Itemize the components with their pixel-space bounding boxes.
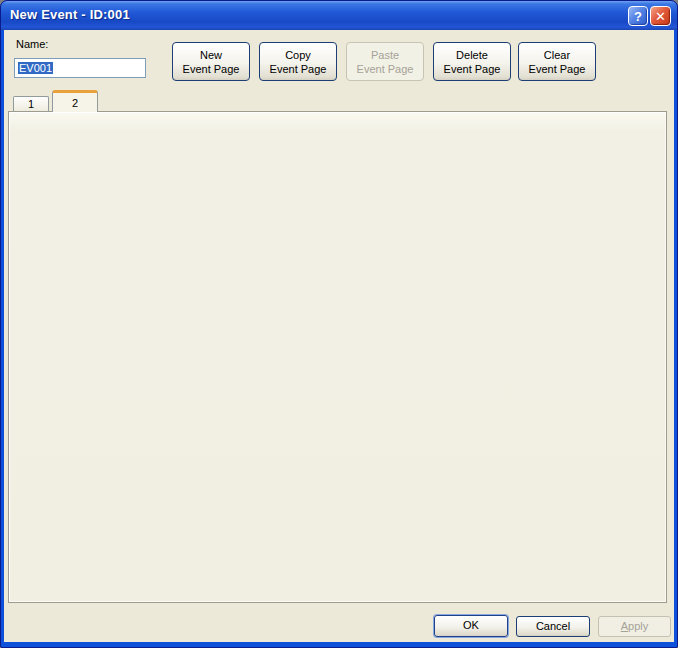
window-title: New Event - ID:001 xyxy=(10,7,130,22)
help-icon: ? xyxy=(634,9,642,24)
copy-event-page-button[interactable]: Copy Event Page xyxy=(259,42,337,81)
close-icon: ✕ xyxy=(655,9,666,24)
name-label: Name: xyxy=(16,38,48,50)
dialog-content: Name: EV001 New Event Page Copy Event Pa… xyxy=(4,30,674,642)
new-event-dialog: New Event - ID:001 ? ✕ Name: EV001 New E… xyxy=(0,0,678,648)
event-page-panel xyxy=(8,111,667,603)
new-event-page-button[interactable]: New Event Page xyxy=(172,42,250,81)
close-button[interactable]: ✕ xyxy=(650,6,671,26)
help-button[interactable]: ? xyxy=(628,6,648,26)
ok-button[interactable]: OK xyxy=(434,615,508,637)
delete-event-page-button[interactable]: Delete Event Page xyxy=(433,42,511,81)
tab-page-1[interactable]: 1 xyxy=(13,96,49,111)
name-value: EV001 xyxy=(18,62,53,74)
cancel-button[interactable]: Cancel xyxy=(516,616,590,637)
name-input[interactable]: EV001 xyxy=(14,58,146,78)
tab-page-2[interactable]: 2 xyxy=(52,90,98,112)
paste-event-page-button[interactable]: Paste Event Page xyxy=(346,42,424,81)
apply-button[interactable]: Apply xyxy=(598,616,671,637)
clear-event-page-button[interactable]: Clear Event Page xyxy=(518,42,596,81)
title-bar[interactable]: New Event - ID:001 ? ✕ xyxy=(1,1,677,30)
